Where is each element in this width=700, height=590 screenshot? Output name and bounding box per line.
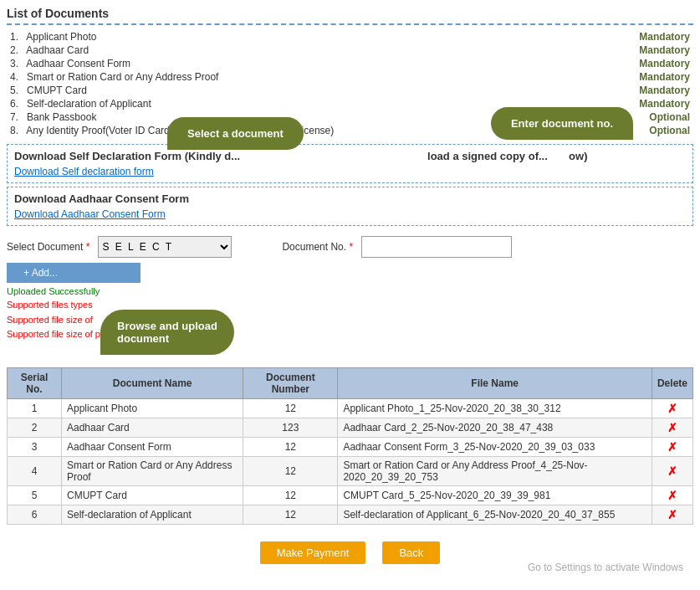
list-item: 4. Smart or Ration Card or Any Address P… [7, 70, 693, 84]
cell-doc-name: Aadhaar Card [62, 418, 243, 437]
document-form-row: Select Document * S E L E C T Applicant … [7, 236, 693, 258]
docno-required-star: * [349, 241, 353, 253]
cell-doc-name: Self-declaration of Applicant [62, 505, 243, 524]
select-required-star: * [86, 241, 90, 253]
cell-delete[interactable]: ✗ [651, 456, 692, 485]
select-document-dropdown[interactable]: S E L E C T Applicant Photo Aadhaar Card… [98, 236, 232, 258]
col-delete: Delete [651, 367, 692, 398]
cell-file-name: Applicant Photo_1_25-Nov-2020_20_38_30_3… [338, 398, 652, 418]
documents-table-container: Serial No. Document Name Document Number… [7, 367, 693, 525]
cell-file-name: Self-declaration of Applicant_6_25-Nov-2… [338, 505, 652, 524]
self-declaration-section: Download Self Declaration Form (Kindly d… [7, 144, 693, 183]
cell-delete[interactable]: ✗ [651, 398, 692, 418]
cell-delete[interactable]: ✗ [651, 418, 692, 437]
table-row: 3 Aadhaar Consent Form 12 Aadhaar Consen… [8, 437, 693, 456]
docno-label: Document No. * [282, 241, 353, 253]
tooltip-select-document: Select a document [167, 117, 304, 150]
col-serial: Serial No. [8, 367, 62, 398]
upload-success-message: Uploaded Successfully [7, 286, 693, 296]
table-header-row: Serial No. Document Name Document Number… [8, 367, 693, 398]
cell-doc-name: Applicant Photo [62, 398, 243, 418]
cell-doc-number: 12 [243, 398, 338, 418]
table-row: 5 CMUPT Card 12 CMUPT Card_5_25-Nov-2020… [8, 485, 693, 505]
cell-doc-name: CMUPT Card [62, 485, 243, 505]
cell-serial: 6 [8, 505, 62, 524]
cell-doc-number: 12 [243, 437, 338, 456]
cell-serial: 5 [8, 485, 62, 505]
cell-serial: 4 [8, 456, 62, 485]
page-title: List of Documents [7, 7, 693, 25]
table-row: 6 Self-declaration of Applicant 12 Self-… [8, 505, 693, 524]
page-container: Select a document Enter document no. Bro… [0, 0, 700, 577]
add-document-button[interactable]: + Add... [7, 263, 141, 283]
delete-icon[interactable]: ✗ [667, 440, 677, 454]
aadhaar-consent-section: Download Aadhaar Consent Form Download A… [7, 187, 693, 226]
table-row: 1 Applicant Photo 12 Applicant Photo_1_2… [8, 398, 693, 418]
list-item: 2. Aadhaar Card Mandatory [7, 44, 693, 57]
document-number-input[interactable] [361, 236, 512, 258]
windows-watermark: Go to Settings to activate Windows [528, 562, 683, 573]
cell-doc-number: 12 [243, 485, 338, 505]
cell-serial: 3 [8, 437, 62, 456]
cell-file-name: CMUPT Card_5_25-Nov-2020_20_39_39_981 [338, 485, 652, 505]
cell-file-name: Smart or Ration Card or Any Address Proo… [338, 456, 652, 485]
make-payment-button[interactable]: Make Payment [260, 541, 366, 564]
tooltip-browse-upload: Browse and upload document [100, 310, 234, 355]
cell-file-name: Aadhaar Consent Form_3_25-Nov-2020_20_39… [338, 437, 652, 456]
table-row: 4 Smart or Ration Card or Any Address Pr… [8, 456, 693, 485]
select-document-label: Select Document * [7, 241, 89, 253]
col-file-name: File Name [338, 367, 652, 398]
aadhaar-consent-title: Download Aadhaar Consent Form [14, 192, 686, 205]
cell-delete[interactable]: ✗ [651, 485, 692, 505]
download-aadhaar-consent-link[interactable]: Download Aadhaar Consent Form [14, 208, 166, 220]
col-doc-number: Document Number [243, 367, 338, 398]
cell-doc-name: Smart or Ration Card or Any Address Proo… [62, 456, 243, 485]
download-self-declaration-link[interactable]: Download Self declaration form [14, 166, 154, 177]
cell-serial: 2 [8, 418, 62, 437]
cell-doc-number: 12 [243, 505, 338, 524]
cell-serial: 1 [8, 398, 62, 418]
col-doc-name: Document Name [62, 367, 243, 398]
cell-file-name: Aadhaar Card_2_25-Nov-2020_20_38_47_438 [338, 418, 652, 437]
list-item: 1. Applicant Photo Mandatory [7, 30, 693, 44]
delete-icon[interactable]: ✗ [667, 402, 677, 415]
tooltip-enter-docno: Enter document no. [491, 107, 633, 140]
list-item: 5. CMUPT Card Mandatory [7, 84, 693, 97]
cell-doc-number: 123 [243, 418, 338, 437]
delete-icon[interactable]: ✗ [667, 508, 677, 521]
supported-files-types: Supported files types [7, 298, 693, 313]
cell-doc-number: 12 [243, 456, 338, 485]
cell-delete[interactable]: ✗ [651, 437, 692, 456]
self-declaration-title: Download Self Declaration Form (Kindly d… [14, 150, 686, 162]
delete-icon[interactable]: ✗ [667, 421, 677, 434]
back-button[interactable]: Back [382, 541, 440, 564]
documents-table: Serial No. Document Name Document Number… [7, 367, 693, 525]
delete-icon[interactable]: ✗ [667, 464, 677, 478]
table-row: 2 Aadhaar Card 123 Aadhaar Card_2_25-Nov… [8, 418, 693, 437]
cell-doc-name: Aadhaar Consent Form [62, 437, 243, 456]
list-item: 3. Aadhaar Consent Form Mandatory [7, 57, 693, 70]
delete-icon[interactable]: ✗ [667, 489, 677, 502]
cell-delete[interactable]: ✗ [651, 505, 692, 524]
